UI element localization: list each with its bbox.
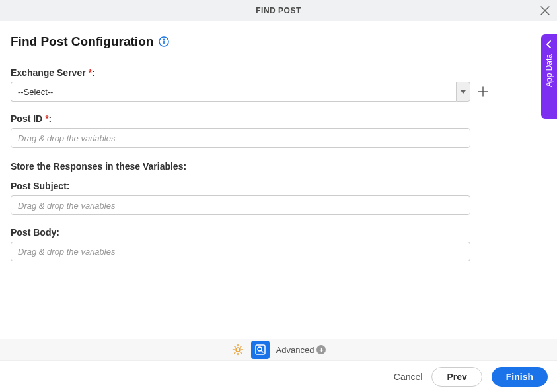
post-body-group: Post Body: (11, 227, 546, 261)
svg-rect-2 (164, 41, 165, 44)
dialog-body: Find Post Configuration Exchange Server … (0, 21, 557, 261)
svg-point-1 (163, 39, 165, 40)
svg-point-3 (236, 348, 240, 352)
add-icon[interactable] (477, 86, 489, 98)
advanced-button[interactable]: Advanced + (276, 345, 326, 355)
side-tab-label: App Data (544, 54, 554, 87)
dialog-header: FIND POST (0, 0, 557, 21)
post-id-label: Post ID *: (11, 114, 546, 124)
page-title: Find Post Configuration (11, 34, 153, 49)
finish-button[interactable]: Finish (492, 367, 548, 387)
post-body-label: Post Body: (11, 227, 546, 238)
post-body-input[interactable] (11, 242, 470, 261)
responses-section-label: Store the Responses in these Variables: (11, 161, 546, 172)
prev-button[interactable]: Prev (431, 367, 482, 387)
advanced-label: Advanced (276, 345, 315, 355)
post-subject-input[interactable] (11, 195, 470, 215)
dialog-title: FIND POST (256, 6, 301, 15)
chevron-down-icon (461, 90, 466, 94)
post-subject-group: Post Subject: (11, 181, 546, 215)
exchange-server-group: Exchange Server *: --Select-- (11, 67, 546, 102)
post-id-group: Post ID *: (11, 114, 546, 148)
select-dropdown-button[interactable] (456, 82, 470, 102)
gear-icon[interactable] (231, 343, 244, 356)
dialog-footer: Cancel Prev Finish (0, 360, 557, 392)
post-subject-label: Post Subject: (11, 181, 546, 191)
plus-circle-icon: + (316, 345, 326, 354)
close-icon[interactable] (540, 5, 550, 16)
app-data-tab[interactable]: App Data (541, 34, 557, 119)
svg-rect-4 (256, 345, 265, 354)
search-config-icon[interactable] (251, 341, 270, 359)
exchange-server-select[interactable]: --Select-- (11, 82, 470, 102)
bottom-toolbar: Advanced + (0, 339, 557, 360)
select-value: --Select-- (11, 82, 456, 102)
info-icon[interactable] (159, 36, 169, 47)
exchange-server-label: Exchange Server *: (11, 67, 546, 78)
post-id-input[interactable] (11, 128, 470, 148)
chevron-left-icon (546, 40, 552, 50)
cancel-button[interactable]: Cancel (394, 372, 423, 382)
